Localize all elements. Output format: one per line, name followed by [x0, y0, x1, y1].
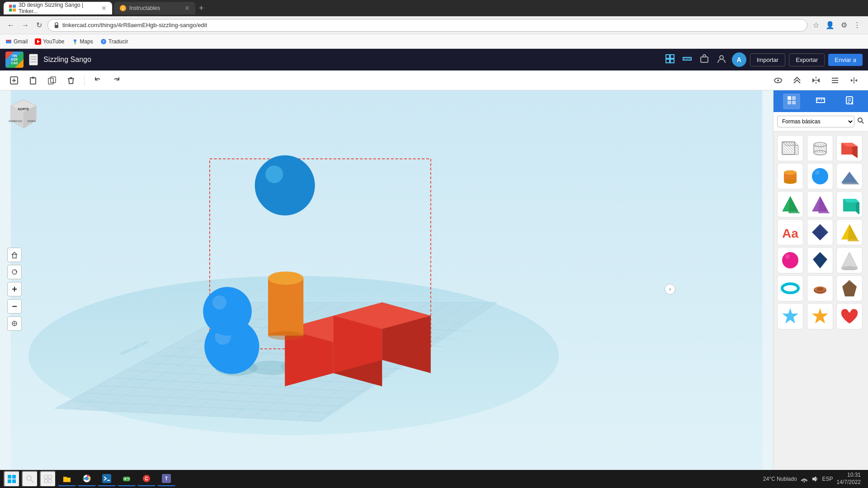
- bookmark-youtube[interactable]: YouTube: [35, 38, 64, 45]
- shape-prism-teal[interactable]: [836, 191, 863, 217]
- new-icon: [9, 76, 19, 85]
- export-button[interactable]: Exportar: [789, 53, 825, 66]
- undo-button[interactable]: [89, 73, 106, 88]
- shape-gem-dark-blue[interactable]: [807, 247, 833, 273]
- taskbar-gamepad[interactable]: [118, 472, 136, 486]
- svg-rect-165: [8, 475, 11, 479]
- tab-tinkercad-label: 3D design Sizzling Sango | Tinker...: [19, 2, 99, 14]
- bookmark-gmail[interactable]: Gmail: [5, 38, 28, 45]
- send-button[interactable]: Enviar a: [828, 54, 863, 66]
- maps-icon: [72, 38, 78, 45]
- paste-button[interactable]: [24, 73, 42, 88]
- ruler-panel-button[interactable]: [812, 94, 829, 109]
- taskbar-file-explorer[interactable]: [58, 472, 76, 486]
- delete-button[interactable]: [62, 73, 80, 88]
- bookmark-maps[interactable]: Maps: [72, 38, 93, 45]
- shape-cylinder-hole[interactable]: [807, 135, 833, 161]
- shape-category-select[interactable]: Formas básicas: [777, 116, 854, 127]
- new-tab-button[interactable]: +: [199, 4, 204, 13]
- view-cube[interactable]: NORTE DERECHA IZQDA: [7, 98, 40, 130]
- taskbar: C T 24°C Nublado ESP 10:31 14/7/2022: [0, 470, 868, 488]
- translate-icon: T: [100, 38, 107, 45]
- svg-text:Aa: Aa: [782, 226, 798, 240]
- bookmark-traducir[interactable]: T Traducir: [100, 38, 128, 45]
- user-avatar[interactable]: A: [732, 52, 746, 67]
- shape-oval-teal[interactable]: [777, 275, 803, 301]
- profile-icon-button[interactable]: [715, 52, 728, 68]
- network-icon: [801, 475, 808, 483]
- forward-button[interactable]: →: [20, 19, 31, 31]
- shape-box-hole[interactable]: [777, 135, 803, 161]
- duplicate-button[interactable]: [43, 73, 61, 88]
- mirror-button[interactable]: [807, 73, 825, 88]
- fit-view-button[interactable]: [7, 316, 22, 331]
- shape-box-solid[interactable]: [836, 135, 863, 161]
- shape-pyramid-yellow[interactable]: [836, 219, 863, 245]
- shape-diamond-blue[interactable]: [807, 219, 833, 245]
- new-shape-button[interactable]: [5, 73, 23, 88]
- notes-icon: [845, 95, 855, 105]
- align-button[interactable]: [826, 73, 844, 88]
- menu-button[interactable]: ⋮: [852, 19, 863, 31]
- shapes-icon: [787, 95, 797, 105]
- bookmark-star-button[interactable]: ☆: [811, 19, 821, 31]
- taskbar-terminal[interactable]: [98, 472, 116, 486]
- svg-text:i: i: [123, 6, 124, 11]
- profile-button[interactable]: 👤: [824, 19, 836, 31]
- address-bar[interactable]: tinkercad.com/things/4rR8aemEHgb-sizzlin…: [47, 19, 807, 32]
- shape-star-blue[interactable]: [777, 303, 803, 329]
- svg-point-183: [128, 479, 129, 479]
- ruler-panel-icon: [816, 95, 826, 105]
- panel-collapse-arrow[interactable]: ›: [665, 284, 675, 295]
- search-taskbar-button[interactable]: [22, 471, 38, 487]
- svg-point-136: [815, 170, 820, 175]
- tab-close-instructables[interactable]: ✕: [184, 5, 190, 12]
- extensions-button[interactable]: ⚙: [839, 19, 849, 31]
- taskbar-chrome-2[interactable]: C: [137, 472, 156, 486]
- tab-instructables[interactable]: i Instructables ✕: [114, 2, 195, 14]
- start-button[interactable]: [4, 471, 20, 487]
- svg-text:DERECHA: DERECHA: [9, 120, 22, 122]
- shape-pyramid-purple[interactable]: [807, 191, 833, 217]
- zoom-in-button[interactable]: +: [7, 282, 22, 296]
- briefcase-button[interactable]: [698, 52, 711, 68]
- ruler-button[interactable]: [680, 52, 694, 68]
- svg-point-87: [212, 296, 226, 310]
- redo-button[interactable]: [108, 73, 125, 88]
- shape-gem-brown[interactable]: [836, 275, 863, 301]
- view-mode-button[interactable]: [769, 73, 787, 88]
- svg-marker-35: [812, 78, 815, 83]
- tinkercad-menu-button[interactable]: ☰: [29, 54, 38, 66]
- shape-cone-white[interactable]: [836, 247, 863, 273]
- rotate-view-button[interactable]: [7, 265, 22, 279]
- shape-text[interactable]: Aa: [777, 219, 803, 245]
- snap-button[interactable]: [788, 73, 806, 88]
- grid-view-button[interactable]: [663, 52, 677, 68]
- shape-search-button[interactable]: [857, 117, 864, 126]
- shape-sphere-pink[interactable]: [777, 247, 803, 273]
- shape-cylinder-orange[interactable]: [777, 163, 803, 189]
- notes-panel-button[interactable]: [841, 94, 859, 109]
- flip-button[interactable]: [845, 73, 863, 88]
- taskbar-teams[interactable]: T: [157, 472, 175, 486]
- task-view-button[interactable]: [40, 471, 56, 487]
- bookmark-gmail-label: Gmail: [14, 38, 28, 45]
- taskbar-chrome[interactable]: [78, 472, 96, 486]
- svg-text:C: C: [145, 476, 148, 481]
- shape-roof[interactable]: [836, 163, 863, 189]
- shapes-panel-button[interactable]: [783, 94, 800, 109]
- zoom-out-button[interactable]: −: [7, 299, 22, 314]
- reload-button[interactable]: ↻: [34, 19, 44, 31]
- shape-sphere-blue[interactable]: [807, 163, 833, 189]
- home-view-button[interactable]: [7, 248, 22, 262]
- shape-pyramid-green[interactable]: [777, 191, 803, 217]
- tab-tinkercad[interactable]: 3D design Sizzling Sango | Tinker... ✕: [4, 2, 112, 14]
- shape-heart-red[interactable]: [836, 303, 863, 329]
- shape-torus-brown[interactable]: [807, 275, 833, 301]
- back-button[interactable]: ←: [5, 19, 16, 31]
- import-button[interactable]: Importar: [750, 53, 785, 66]
- view-cube-svg: NORTE DERECHA IZQDA: [7, 98, 40, 130]
- viewport[interactable]: tinkercad.com NORTE DERECHA IZQDA: [0, 90, 773, 488]
- tab-close-tinkercad[interactable]: ✕: [101, 5, 107, 12]
- shape-star-yellow[interactable]: [807, 303, 833, 329]
